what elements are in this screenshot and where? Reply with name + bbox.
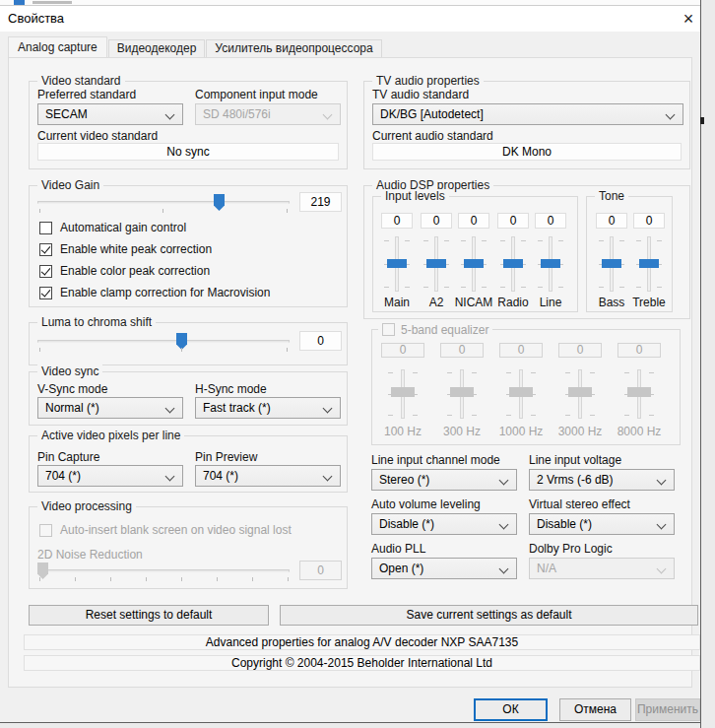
clamp-correction-checkbox-label: Enable clamp correction for Macrovision [60, 286, 270, 299]
tone-slider-thumb[interactable] [602, 259, 621, 268]
pin-preview-select[interactable]: 704 (*) [195, 465, 341, 487]
background-window-right-edge [700, 0, 715, 728]
properties-dialog: Свойства × Analog capture Видеодекодер У… [0, 5, 700, 722]
eq-band-8000: 0 8000 Hz [614, 330, 665, 446]
agc-checkbox-row: Automatical gain control [39, 221, 186, 234]
component-input-mode-value: SD 480i/576i [203, 107, 271, 121]
video-gain-slider-track[interactable] [37, 201, 290, 204]
tv-audio-standard-label: TV audio standard [372, 88, 469, 101]
pin-capture-select[interactable]: 704 (*) [37, 465, 183, 487]
eq-band-value: 0 [558, 343, 602, 358]
level-slider-thumb[interactable] [503, 259, 523, 268]
slider-tick [181, 348, 182, 352]
chevron-down-icon [657, 520, 667, 530]
current-audio-standard-field: DK Mono [372, 143, 682, 161]
noise-reduction-value: 0 [299, 561, 342, 580]
current-audio-standard-label: Current audio standard [372, 129, 493, 143]
virtual-stereo-effect-label: Virtual stereo effect [529, 497, 630, 511]
blank-screen-checkbox-row: Auto-insert blank screen on video signal… [39, 523, 292, 537]
eq-band-3000: 0 3000 Hz [554, 330, 606, 446]
current-video-standard-label: Current video standard [37, 129, 158, 143]
white-peak-checkbox-row: Enable white peak correction [39, 242, 212, 256]
white-peak-checkbox[interactable] [39, 243, 52, 256]
vsync-mode-value: Normal (*) [45, 401, 99, 415]
close-icon[interactable]: × [678, 8, 699, 30]
line-input-voltage-select[interactable]: 2 Vrms (-6 dB) [529, 469, 675, 491]
color-peak-checkbox-label: Enable color peak correction [60, 264, 210, 278]
eq-band-label: 100 Hz [377, 425, 428, 438]
eq-band-label: 3000 Hz [552, 425, 608, 438]
agc-checkbox[interactable] [39, 222, 52, 234]
level-channel-label: Line [532, 296, 569, 309]
tv-audio-standard-value: DK/BG [Autodetect] [380, 107, 484, 121]
clamp-correction-checkbox[interactable] [39, 287, 52, 299]
reset-settings-button[interactable]: Reset settings to default [29, 605, 269, 626]
tv-audio-standard-select[interactable]: DK/BG [Autodetect] [372, 103, 683, 125]
slider-tick [287, 348, 288, 352]
level-value: 0 [458, 213, 489, 229]
group-tone: Tone 0 Bass 0 Treble [586, 196, 673, 312]
dialog-title: Свойства [8, 11, 64, 26]
group-luma-shift: Luma to chroma shift 0 [29, 322, 348, 365]
eq-slider-thumb [568, 387, 592, 397]
auto-volume-leveling-select[interactable]: Disable (*) [371, 513, 517, 535]
chevron-down-icon [499, 520, 509, 530]
level-channel-line: 0 Line [532, 197, 569, 313]
chevron-down-icon [165, 110, 175, 120]
clamp-correction-checkbox-row: Enable clamp correction for Macrovision [39, 286, 270, 299]
chevron-down-icon [165, 472, 175, 482]
slider-tick [162, 209, 163, 213]
level-channel-label: Radio [494, 296, 532, 309]
chevron-down-icon [499, 564, 509, 574]
preferred-standard-select[interactable]: SECAM [37, 103, 183, 125]
video-gain-slider-thumb[interactable] [214, 194, 225, 211]
ok-button[interactable]: ОК [474, 698, 548, 721]
slider-tick [39, 209, 40, 213]
vsync-mode-select[interactable]: Normal (*) [37, 397, 183, 419]
group-title: Video sync [37, 364, 102, 378]
tab-strip: Analog capture Видеодекодер Усилитель ви… [8, 36, 383, 57]
level-value: 0 [421, 213, 452, 229]
group-audio-dsp: Audio DSP properties Input levels 0 Main… [363, 185, 690, 319]
level-slider-thumb[interactable] [541, 259, 560, 268]
color-peak-checkbox[interactable] [39, 265, 52, 278]
group-video-gain: Video Gain 219 Automatical gain control … [29, 185, 348, 307]
slider-tick [287, 209, 288, 213]
cancel-button[interactable]: Отмена [559, 698, 631, 721]
hsync-mode-select[interactable]: Fast track (*) [195, 397, 341, 419]
line-input-channel-mode-select[interactable]: Stereo (*) [371, 469, 517, 491]
tone-value: 0 [633, 213, 665, 229]
save-settings-button[interactable]: Save current settings as default [280, 605, 698, 626]
level-slider-thumb[interactable] [387, 259, 407, 268]
pin-preview-value: 704 (*) [203, 469, 238, 483]
tab-analog-capture[interactable]: Analog capture [8, 36, 107, 57]
chevron-down-icon [499, 476, 509, 486]
level-slider-thumb[interactable] [464, 259, 484, 268]
luma-shift-slider-track[interactable] [37, 340, 290, 343]
pin-preview-label: Pin Preview [195, 450, 257, 464]
virtual-stereo-effect-select[interactable]: Disable (*) [529, 513, 675, 535]
eq-band-label: 8000 Hz [612, 425, 667, 438]
chevron-down-icon [165, 404, 175, 414]
blank-screen-checkbox-label: Auto-insert blank screen on video signal… [60, 523, 292, 537]
eq-band-300: 0 300 Hz [436, 330, 488, 446]
dolby-pro-logic-label: Dolby Pro Logic [529, 542, 613, 556]
auto-volume-leveling-label: Auto volume leveling [371, 497, 481, 511]
audio-pll-select[interactable]: Open (*) [371, 558, 517, 579]
tab-video-proc-amp[interactable]: Усилитель видеопроцессора [206, 39, 381, 57]
group-title: Video processing [37, 499, 136, 513]
group-input-levels: Input levels 0 Main 0 A2 [372, 196, 578, 312]
tab-video-decoder[interactable]: Видеодекодер [108, 39, 206, 57]
blank-screen-checkbox [39, 524, 52, 537]
level-slider-thumb[interactable] [426, 259, 446, 268]
group-title: TV audio properties [372, 74, 484, 88]
tone-slider-thumb[interactable] [639, 259, 659, 268]
chevron-down-icon [323, 404, 333, 414]
title-bar: Свойства × [0, 6, 700, 32]
line-input-channel-mode-value: Stereo (*) [379, 473, 429, 487]
chevron-down-icon [657, 564, 667, 574]
eq-band-100: 0 100 Hz [377, 330, 428, 446]
device-info-line: Advanced properties for analog A/V decod… [24, 634, 700, 650]
copyright-line: Copyright © 2004-2015 Beholder Internati… [24, 655, 700, 671]
eq-band-label: 300 Hz [436, 425, 488, 438]
